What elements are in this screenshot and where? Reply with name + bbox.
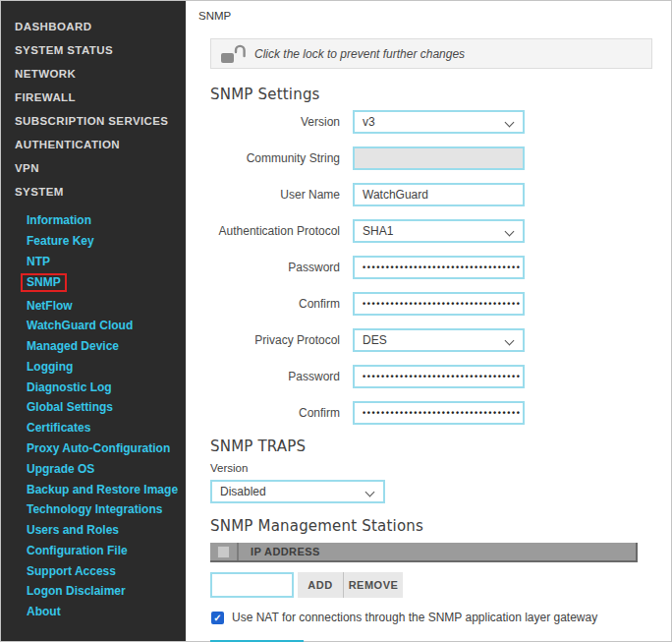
sidebar-item-about[interactable]: About [1, 602, 186, 622]
privacy-password-label: Password [198, 370, 353, 383]
add-button[interactable]: ADD [298, 572, 343, 598]
nat-checkbox-label: Use NAT for connections through the SNMP… [232, 611, 597, 624]
auth-confirm-label: Confirm [198, 297, 353, 311]
stations-table-header: IP ADDRESS [210, 543, 638, 562]
select-all-checkbox[interactable] [217, 546, 230, 558]
sidebar-item-feature-key[interactable]: Feature Key [1, 231, 186, 252]
snmp-settings-form: Version v3 Community String User Name Au… [198, 110, 671, 425]
sidebar-item-snmp-label: SNMP [27, 275, 61, 289]
remove-button[interactable]: REMOVE [343, 572, 403, 598]
ip-address-column-header: IP ADDRESS [239, 546, 320, 557]
sidebar-item-dashboard[interactable]: DASHBOARD [1, 15, 186, 38]
privacy-confirm-row: Confirm [198, 401, 671, 425]
privacy-password-row: Password [198, 365, 671, 388]
snmp-highlight-box: SNMP [21, 273, 67, 292]
sidebar-item-system[interactable]: SYSTEM [1, 180, 186, 204]
version-select[interactable]: v3 [353, 110, 525, 134]
nat-checkbox[interactable] [211, 612, 224, 624]
privacy-protocol-row: Privacy Protocol DES [198, 328, 671, 352]
sidebar-item-system-status[interactable]: SYSTEM STATUS [1, 38, 186, 62]
auth-password-label: Password [198, 261, 353, 274]
sidebar-item-logging[interactable]: Logging [1, 356, 186, 377]
sidebar-item-global-settings[interactable]: Global Settings [1, 397, 186, 418]
version-row: Version v3 [198, 110, 671, 134]
sidebar-item-users-and-roles[interactable]: Users and Roles [1, 520, 186, 541]
traps-version-select-value: Disabled [220, 485, 266, 498]
privacy-protocol-label: Privacy Protocol [198, 333, 353, 347]
chevron-down-icon [505, 118, 515, 128]
community-string-label: Community String [198, 151, 353, 165]
unlock-icon[interactable] [220, 43, 246, 64]
auth-password-input[interactable] [353, 256, 525, 279]
sidebar-item-netflow[interactable]: NetFlow [1, 295, 186, 316]
sidebar-item-backup-and-restore-image[interactable]: Backup and Restore Image [1, 479, 186, 499]
sidebar-item-network[interactable]: NETWORK [1, 62, 186, 86]
community-string-input [353, 146, 525, 170]
chevron-down-icon [365, 488, 375, 497]
nat-option-row: Use NAT for connections through the SNMP… [211, 611, 671, 624]
privacy-password-input[interactable] [353, 365, 525, 388]
snmp-traps-heading: SNMP TRAPS [210, 438, 671, 455]
privacy-protocol-select[interactable]: DES [353, 328, 525, 352]
breadcrumb: SNMP [198, 9, 671, 23]
privacy-protocol-select-value: DES [363, 333, 387, 347]
sidebar-item-technology-integrations[interactable]: Technology Integrations [1, 499, 186, 520]
app-window: DASHBOARD SYSTEM STATUS NETWORK FIREWALL… [0, 0, 672, 642]
sidebar-item-support-access[interactable]: Support Access [1, 560, 186, 581]
auth-password-row: Password [198, 256, 671, 279]
chevron-down-icon [505, 227, 515, 237]
auth-protocol-select-value: SHA1 [363, 224, 393, 238]
sidebar-item-watchguard-cloud[interactable]: WatchGuard Cloud [1, 316, 186, 336]
sidebar-item-information[interactable]: Information [1, 210, 186, 231]
station-add-row: ADD REMOVE [210, 572, 671, 598]
lock-banner[interactable]: Click the lock to prevent further change… [210, 38, 652, 69]
sidebar-item-snmp[interactable]: SNMP [1, 271, 186, 295]
traps-version-label: Version [210, 462, 671, 474]
sidebar-item-diagnostic-log[interactable]: Diagnostic Log [1, 377, 186, 397]
sidebar-item-ntp[interactable]: NTP [1, 252, 186, 272]
chevron-down-icon [505, 336, 515, 346]
lock-notice-text: Click the lock to prevent further change… [254, 47, 465, 61]
sidebar-item-certificates[interactable]: Certificates [1, 418, 186, 438]
sidebar-item-vpn[interactable]: VPN [1, 156, 186, 180]
community-string-row: Community String [198, 146, 671, 170]
auth-protocol-row: Authentication Protocol SHA1 [198, 219, 671, 243]
auth-confirm-row: Confirm [198, 292, 671, 316]
system-submenu: Information Feature Key NTP SNMP NetFlow… [1, 210, 186, 622]
privacy-confirm-input[interactable] [353, 401, 525, 425]
sidebar: DASHBOARD SYSTEM STATUS NETWORK FIREWALL… [1, 1, 186, 641]
user-name-input[interactable] [353, 183, 525, 206]
station-buttons: ADD REMOVE [298, 572, 403, 598]
version-select-value: v3 [363, 115, 375, 129]
snmp-settings-heading: SNMP Settings [210, 86, 671, 103]
select-all-cell [210, 543, 239, 560]
auth-confirm-input[interactable] [353, 292, 525, 316]
sidebar-item-upgrade-os[interactable]: Upgrade OS [1, 458, 186, 479]
user-name-row: User Name [198, 183, 671, 206]
auth-protocol-label: Authentication Protocol [198, 224, 353, 238]
sidebar-item-configuration-file[interactable]: Configuration File [1, 541, 186, 561]
main-content: SNMP Click the lock to prevent further c… [186, 1, 671, 641]
version-label: Version [198, 115, 353, 129]
sidebar-item-logon-disclaimer[interactable]: Logon Disclaimer [1, 581, 186, 602]
snmp-management-stations-heading: SNMP Management Stations [210, 517, 671, 535]
sidebar-item-authentication[interactable]: AUTHENTICATION [1, 133, 186, 156]
auth-protocol-select[interactable]: SHA1 [353, 219, 525, 243]
traps-version-select[interactable]: Disabled [210, 480, 385, 503]
sidebar-item-subscription-services[interactable]: SUBSCRIPTION SERVICES [1, 109, 186, 133]
sidebar-item-firewall[interactable]: FIREWALL [1, 86, 186, 109]
user-name-label: User Name [198, 188, 353, 202]
sidebar-item-managed-device[interactable]: Managed Device [1, 336, 186, 357]
privacy-confirm-label: Confirm [198, 406, 353, 420]
sidebar-item-proxy-auto-configuration[interactable]: Proxy Auto-Configuration [1, 438, 186, 459]
ip-address-input[interactable] [210, 572, 294, 598]
